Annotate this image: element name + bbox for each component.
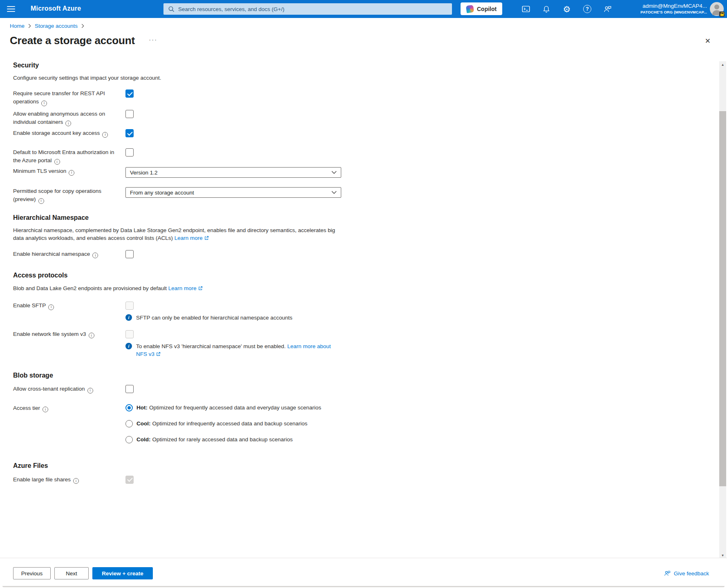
chevron-down-icon (331, 171, 337, 174)
field-label: Enable SFTP (13, 302, 46, 309)
anonymous-access-checkbox[interactable] (125, 110, 134, 118)
search-input[interactable]: Search resources, services, and docs (G+… (163, 3, 452, 15)
sftp-info: i SFTP can only be enabled for hierarchi… (125, 314, 352, 322)
review-create-button[interactable]: Review + create (92, 567, 153, 579)
copilot-button[interactable]: Copilot (461, 2, 502, 15)
require-secure-transfer-checkbox[interactable] (125, 89, 134, 98)
hierarchical-namespace-section-title: Hierarchical Namespace (13, 214, 352, 222)
info-icon[interactable]: i (102, 132, 108, 138)
search-icon (168, 6, 174, 12)
close-icon[interactable]: ✕ (705, 37, 711, 45)
wizard-footer: Previous Next Review + create Give feedb… (0, 558, 727, 588)
copilot-icon (466, 4, 474, 13)
access-protocols-section-title: Access protocols (13, 271, 352, 279)
security-description: Configure security settings that impact … (13, 74, 340, 82)
field-cross-tenant-replication: Allow cross-tenant replicationi (13, 385, 352, 393)
advanced-tab-content: Security Configure security settings tha… (13, 58, 352, 484)
field-label: Access tier (13, 405, 40, 411)
info-icon[interactable]: i (92, 253, 98, 258)
feedback-person-icon (664, 570, 671, 577)
info-icon[interactable]: i (69, 170, 74, 176)
nfs-checkbox (125, 330, 134, 338)
field-label: Default to Microsoft Entra authorization… (13, 149, 114, 163)
window-bottom-edge (2, 586, 725, 587)
vertical-scrollbar[interactable]: ▲ ▼ (719, 61, 726, 559)
account-org: PATOCHE'S ORG (MNGENVMCAP... (640, 9, 707, 15)
info-icon[interactable]: i (65, 121, 71, 126)
info-icon[interactable]: i (54, 159, 60, 165)
field-key-access: Enable storage account key accessi (13, 129, 352, 138)
chevron-right-icon (28, 24, 31, 28)
field-require-secure-transfer: Require secure transfer for REST API ope… (13, 89, 352, 106)
breadcrumb: Home Storage accounts (10, 23, 84, 29)
field-label: Enable large file shares (13, 476, 71, 483)
info-icon[interactable]: i (38, 198, 44, 204)
access-tier-cool[interactable]: Cool: Optimized for infrequently accesse… (125, 420, 321, 427)
sftp-checkbox (125, 302, 134, 310)
breadcrumb-home[interactable]: Home (10, 23, 25, 29)
hierarchical-namespace-checkbox[interactable] (125, 250, 134, 258)
selected-value: From any storage account (130, 190, 194, 196)
info-icon[interactable]: i (89, 333, 94, 338)
brand-title[interactable]: Microsoft Azure (31, 5, 81, 12)
entra-authorization-checkbox[interactable] (125, 148, 134, 157)
field-label: Allow cross-tenant replication (13, 386, 85, 392)
field-label: Minimum TLS version (13, 168, 66, 174)
field-label: Allow enabling anonymous access on indiv… (13, 111, 105, 125)
chevron-right-icon (81, 24, 84, 28)
learn-more-link[interactable]: Learn more (168, 285, 197, 291)
search-placeholder: Search resources, services, and docs (G+… (178, 6, 284, 12)
external-link-icon (198, 286, 203, 292)
info-icon[interactable]: i (87, 388, 93, 393)
lock-icon (719, 11, 725, 17)
info-icon[interactable]: i (43, 407, 48, 412)
access-protocols-description: Blob and Data Lake Gen2 endpoints are pr… (13, 284, 340, 293)
info-icon[interactable]: i (48, 304, 54, 310)
scroll-up-icon[interactable]: ▲ (719, 61, 726, 68)
field-entra-authorization: Default to Microsoft Entra authorization… (13, 148, 352, 165)
page-header: Create a storage account ··· ✕ (10, 34, 717, 51)
key-access-checkbox[interactable] (125, 129, 134, 137)
next-button[interactable]: Next (54, 567, 89, 579)
access-tier-cold[interactable]: Cold: Optimized for rarely accessed data… (125, 436, 321, 443)
breadcrumb-storage-accounts[interactable]: Storage accounts (35, 23, 78, 29)
security-section-title: Security (13, 61, 352, 69)
help-icon[interactable]: ? (577, 0, 597, 18)
info-icon[interactable]: i (41, 101, 47, 106)
min-tls-select[interactable]: Version 1.2 (125, 167, 341, 178)
give-feedback-link[interactable]: Give feedback (664, 570, 709, 577)
cloud-shell-icon[interactable] (516, 0, 536, 18)
copy-scope-select[interactable]: From any storage account (125, 187, 341, 198)
field-enable-nfs: Enable network file system v3i (13, 330, 352, 339)
radio-button[interactable] (125, 420, 133, 427)
access-tier-options: Hot: Optimized for frequently accessed d… (125, 404, 321, 452)
field-access-tier: Access tieri Hot: Optimized for frequent… (13, 404, 352, 452)
previous-button[interactable]: Previous (13, 567, 51, 579)
page-title: Create a storage account (10, 34, 135, 47)
field-hierarchical-namespace: Enable hierarchical namespacei (13, 250, 352, 259)
learn-more-link[interactable]: Learn more (174, 235, 203, 241)
menu-icon[interactable] (7, 6, 15, 12)
settings-gear-icon[interactable]: ⚙ (557, 0, 577, 18)
notifications-icon[interactable] (536, 0, 557, 18)
info-filled-icon: i (125, 314, 132, 321)
field-min-tls: Minimum TLS versioni Version 1.2 (13, 167, 352, 178)
avatar[interactable] (710, 2, 724, 16)
azure-files-section-title: Azure Files (13, 462, 352, 470)
info-icon[interactable]: i (73, 478, 79, 484)
feedback-icon[interactable] (597, 0, 618, 18)
radio-button[interactable] (125, 404, 133, 411)
access-tier-hot[interactable]: Hot: Optimized for frequently accessed d… (125, 404, 321, 411)
scrollbar-thumb[interactable] (719, 111, 726, 486)
more-options-icon[interactable]: ··· (149, 36, 157, 43)
chevron-down-icon (331, 191, 337, 194)
account-menu[interactable]: admin@MngEnvMCAP4... PATOCHE'S ORG (MNGE… (640, 2, 707, 15)
field-large-file-shares: Enable large file sharesi (13, 476, 352, 484)
radio-button[interactable] (125, 436, 133, 443)
cross-tenant-replication-checkbox[interactable] (125, 385, 134, 393)
selected-value: Version 1.2 (130, 170, 158, 176)
field-label: Require secure transfer for REST API ope… (13, 90, 105, 105)
info-text: SFTP can only be enabled for hierarchica… (136, 314, 292, 322)
field-label: Enable hierarchical namespace (13, 251, 90, 257)
copilot-label: Copilot (477, 6, 497, 12)
